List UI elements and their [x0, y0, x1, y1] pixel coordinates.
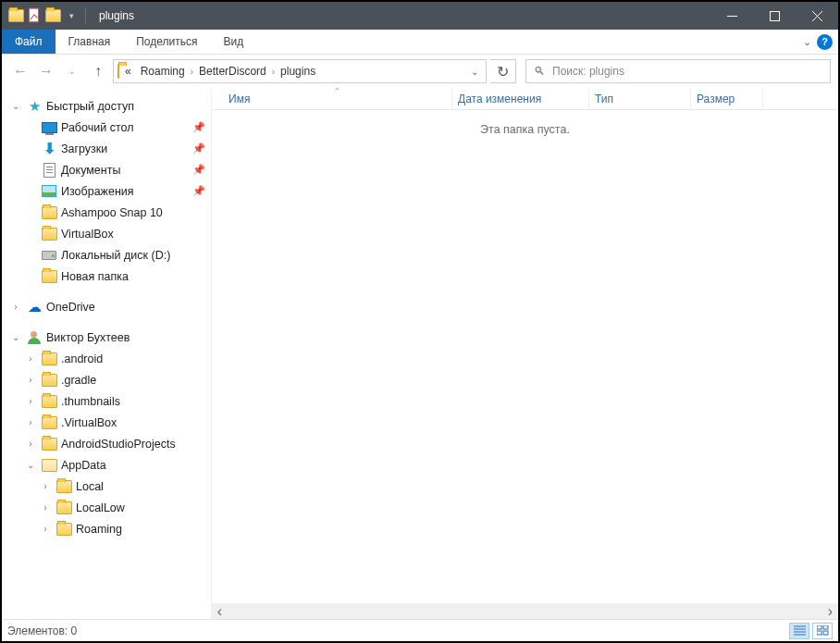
tree-item[interactable]: ›.gradle — [6, 369, 211, 390]
collapse-icon[interactable]: ⌄ — [9, 332, 22, 342]
expand-icon[interactable]: › — [39, 481, 52, 491]
search-box[interactable]: 🔍︎ Поиск: plugins — [525, 59, 831, 83]
tree-onedrive[interactable]: › ☁ OneDrive — [6, 296, 211, 317]
column-name[interactable]: ⌃ Имя — [223, 88, 452, 109]
tree-label: .thumbnails — [61, 395, 120, 408]
collapse-icon[interactable]: ⌄ — [9, 101, 22, 111]
tab-view[interactable]: Вид — [210, 30, 256, 54]
documents-icon — [41, 162, 57, 179]
tree-label: Локальный диск (D:) — [61, 249, 170, 262]
status-bar: Элементов: 0 — [2, 619, 838, 641]
folder-icon — [41, 414, 57, 431]
qat-dropdown-icon[interactable]: ▾ — [63, 7, 80, 24]
tree-label: LocalLow — [76, 501, 125, 514]
tree-quick-access[interactable]: ⌄ ★ Быстрый доступ — [6, 95, 211, 117]
tree-label: Roaming — [76, 523, 122, 536]
column-label: Тип — [595, 93, 613, 105]
properties-icon[interactable] — [26, 7, 43, 24]
details-view-button[interactable] — [789, 623, 809, 639]
breadcrumb-item[interactable]: BetterDiscord — [195, 65, 270, 78]
refresh-button[interactable]: ↻ — [490, 59, 516, 83]
tree-label: VirtualBox — [61, 228, 114, 241]
tree-item[interactable]: Изображения📌 — [6, 180, 211, 202]
expand-icon[interactable]: › — [24, 375, 37, 385]
tree-label: Документы — [61, 164, 120, 177]
folder-icon — [7, 7, 24, 24]
tab-file[interactable]: Файл — [2, 30, 56, 54]
breadcrumb-prefix: « — [121, 65, 135, 78]
star-icon: ★ — [26, 98, 43, 115]
pictures-icon — [41, 183, 57, 200]
ribbon-expand-icon[interactable]: ⌄ — [803, 36, 811, 48]
column-headers: ⌃ Имя Дата изменения Тип Размер — [212, 88, 838, 110]
tree-label: AppData — [61, 459, 106, 472]
scroll-track[interactable] — [228, 603, 822, 619]
expand-icon[interactable]: › — [9, 302, 22, 312]
maximize-button[interactable] — [753, 2, 796, 30]
expand-icon[interactable]: › — [24, 417, 37, 427]
pin-icon: 📌 — [192, 121, 205, 133]
nav-back-button[interactable]: ← — [9, 58, 31, 84]
tree-item[interactable]: ›LocalLow — [6, 497, 211, 518]
nav-up-button[interactable]: ↑ — [87, 58, 109, 84]
tree-item[interactable]: VirtualBox — [6, 223, 211, 244]
tree-item[interactable]: ›Local — [6, 476, 211, 497]
tab-home[interactable]: Главная — [56, 30, 124, 54]
chevron-right-icon[interactable]: › — [272, 67, 275, 77]
tree-item[interactable]: Новая папка — [6, 266, 211, 287]
explorer-window: ▾ plugins Файл Главная Поделиться Вид ⌄ … — [0, 0, 840, 643]
tree-item[interactable]: ›AndroidStudioProjects — [6, 433, 211, 454]
expand-icon[interactable]: › — [39, 524, 52, 534]
expand-icon[interactable]: › — [39, 502, 52, 513]
thumbnails-view-button[interactable] — [812, 623, 833, 639]
main-area: ⌄ ★ Быстрый доступ Рабочий стол📌⬇Загрузк… — [2, 88, 838, 619]
tree-item[interactable]: Документы📌 — [6, 159, 211, 180]
navigation-tree[interactable]: ⌄ ★ Быстрый доступ Рабочий стол📌⬇Загрузк… — [2, 88, 212, 619]
tree-item[interactable]: Рабочий стол📌 — [6, 117, 211, 138]
scroll-left-icon[interactable]: ‹ — [212, 603, 228, 619]
tab-share[interactable]: Поделиться — [123, 30, 210, 54]
user-icon — [26, 329, 43, 346]
breadcrumb-item[interactable]: plugins — [277, 65, 319, 78]
new-folder-icon[interactable] — [44, 7, 61, 24]
nav-forward-button[interactable]: → — [35, 58, 57, 84]
quick-access-toolbar: ▾ — [2, 7, 90, 24]
breadcrumb-item[interactable]: Roaming — [137, 65, 189, 78]
folder-icon — [56, 521, 72, 538]
tree-item[interactable]: Ashampoo Snap 10 — [6, 202, 211, 223]
svg-rect-11 — [817, 631, 821, 635]
expand-icon[interactable]: › — [24, 353, 37, 364]
tree-item[interactable]: ›.thumbnails — [6, 390, 211, 412]
help-button[interactable]: ? — [817, 34, 833, 50]
tree-user[interactable]: ⌄ Виктор Бухтеев — [6, 327, 211, 348]
collapse-icon[interactable]: ⌄ — [24, 460, 37, 470]
scroll-right-icon[interactable]: › — [822, 603, 838, 619]
column-date[interactable]: Дата изменения — [452, 88, 589, 109]
folder-icon — [41, 372, 57, 389]
address-bar[interactable]: « Roaming › BetterDiscord › plugins ⌄ — [113, 59, 487, 83]
tree-label: Новая папка — [61, 270, 129, 283]
close-button[interactable] — [796, 2, 838, 30]
search-icon: 🔍︎ — [534, 65, 545, 78]
folder-icon — [41, 393, 57, 410]
tree-item[interactable]: ›Roaming — [6, 518, 211, 539]
tree-item[interactable]: ›.VirtualBox — [6, 412, 211, 433]
tree-label: .android — [61, 352, 103, 365]
column-size[interactable]: Размер — [691, 88, 763, 109]
tree-item[interactable]: ⬇Загрузки📌 — [6, 138, 211, 159]
tree-item[interactable]: ⌄AppData — [6, 454, 211, 476]
svg-rect-2 — [770, 11, 779, 20]
ribbon-tabs: Файл Главная Поделиться Вид ⌄ ? — [2, 30, 838, 55]
chevron-right-icon[interactable]: › — [191, 67, 193, 77]
expand-icon[interactable]: › — [24, 439, 37, 449]
minimize-button[interactable] — [710, 2, 753, 30]
column-type[interactable]: Тип — [589, 88, 691, 109]
tree-item[interactable]: ›.android — [6, 348, 211, 369]
folder-icon — [56, 500, 72, 516]
tree-label: .VirtualBox — [61, 416, 117, 429]
horizontal-scrollbar[interactable]: ‹ › — [212, 603, 838, 619]
nav-recent-dropdown[interactable]: ⌄ — [61, 58, 83, 84]
expand-icon[interactable]: › — [24, 396, 37, 406]
tree-item[interactable]: Локальный диск (D:) — [6, 244, 211, 266]
address-dropdown-icon[interactable]: ⌄ — [471, 67, 478, 77]
